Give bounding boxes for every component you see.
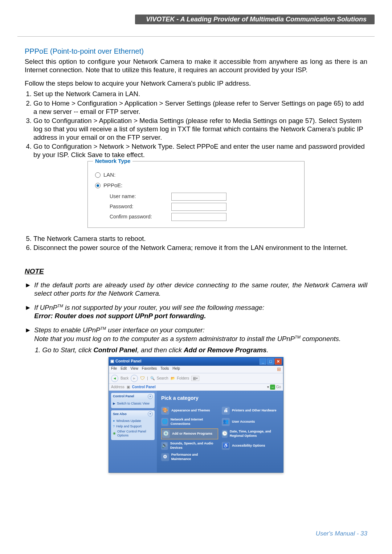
switch-classic-link[interactable]: ▶ Switch to Classic View bbox=[113, 402, 153, 406]
menu-favorites[interactable]: Favorites bbox=[142, 366, 157, 372]
arrow-right-icon: ► bbox=[25, 281, 31, 289]
note-item-1: ► If the default ports are already used … bbox=[25, 281, 367, 297]
up-button[interactable]: 🛡 bbox=[140, 376, 145, 381]
cat-appearance[interactable]: 🎨Appearance and Themes bbox=[161, 406, 218, 415]
chevron-icon[interactable]: » bbox=[148, 394, 153, 399]
confirm-label: Confirm password: bbox=[110, 214, 171, 220]
accessibility-icon: ♿ bbox=[222, 442, 230, 450]
logo-icon: ⊞ bbox=[277, 366, 281, 372]
cat-datetime[interactable]: 🕒Date, Time, Language, and Regional Opti… bbox=[222, 428, 279, 439]
page-header: VIVOTEK - A Leading Provider of Multimed… bbox=[17, 15, 375, 37]
username-row: User name: bbox=[110, 193, 298, 201]
network-type-legend: Network Type bbox=[93, 158, 132, 165]
confirm-input[interactable] bbox=[171, 213, 226, 221]
side-panel-seealso: See Also » ●Windows Update ?Help and Sup… bbox=[111, 410, 155, 440]
address-icon: ▣ bbox=[127, 385, 130, 390]
password-row: Password: bbox=[110, 203, 298, 211]
radio-unselected-icon[interactable] bbox=[95, 172, 101, 178]
back-button[interactable]: ◄ bbox=[111, 375, 118, 382]
arrow-right-icon: ► bbox=[25, 326, 31, 334]
side-panel-cp: Control Panel » ▶ Switch to Classic View bbox=[111, 393, 155, 408]
see-also-item[interactable]: ?Help and Support bbox=[113, 424, 153, 428]
menu-bar: File Edit View Favorites Tools Help ⊞ bbox=[109, 366, 283, 373]
see-also-item[interactable]: ◉Other Control Panel Options bbox=[113, 430, 153, 438]
add-remove-icon: 💿 bbox=[162, 430, 170, 438]
menu-help[interactable]: Help bbox=[172, 366, 180, 372]
step-item: Go to Configuration > Application > Medi… bbox=[33, 116, 367, 141]
forward-button[interactable]: ► bbox=[131, 375, 138, 382]
search-label: Search bbox=[157, 376, 168, 381]
arrow-right-icon: ► bbox=[25, 303, 31, 312]
radio-dot-icon bbox=[97, 184, 99, 187]
cat-accessibility[interactable]: ♿Accessibility Options bbox=[222, 441, 279, 451]
side-cp-title: Control Panel bbox=[113, 394, 134, 398]
go-button[interactable]: → bbox=[270, 385, 275, 390]
window-body: Control Panel » ▶ Switch to Classic View… bbox=[109, 391, 283, 472]
note-body: If UPnPTM is not supported by your route… bbox=[34, 303, 367, 320]
menu-tools[interactable]: Tools bbox=[160, 366, 169, 372]
intro-paragraph: Select this option to configure your Net… bbox=[25, 57, 367, 74]
pppoe-label: PPPoE: bbox=[103, 182, 123, 189]
note-item-3: ► Steps to enable UPnPTM user interface … bbox=[25, 326, 367, 342]
lan-label: LAN: bbox=[103, 172, 115, 178]
main-pane: Pick a category 🎨Appearance and Themes 🖨… bbox=[157, 391, 283, 472]
network-type-box: Network Type LAN: PPPoE: User name: Pass… bbox=[87, 161, 305, 228]
folders-label: Folders bbox=[177, 376, 189, 381]
cat-add-remove[interactable]: 💿Add or Remove Programs bbox=[161, 428, 218, 439]
datetime-icon: 🕒 bbox=[222, 430, 228, 438]
steps-list-a: Set up the Network Camera in LAN. Go to … bbox=[25, 90, 367, 159]
note-body: If the default ports are already used by… bbox=[34, 281, 367, 297]
note-item-2: ► If UPnPTM is not supported by your rou… bbox=[25, 303, 367, 320]
pick-category-heading: Pick a category bbox=[161, 395, 279, 402]
folders-icon[interactable]: 📂 bbox=[171, 376, 175, 381]
chevron-icon[interactable]: » bbox=[148, 411, 153, 416]
menu-edit[interactable]: Edit bbox=[121, 366, 127, 372]
close-button[interactable]: ✕ bbox=[275, 358, 282, 365]
category-grid: 🎨Appearance and Themes 🖨Printers and Oth… bbox=[161, 406, 279, 462]
step-item: The Network Camera starts to reboot. bbox=[33, 234, 367, 243]
document-page: VIVOTEK - A Leading Provider of Multimed… bbox=[0, 0, 392, 554]
steps-list-b: The Network Camera starts to reboot. Dis… bbox=[25, 234, 367, 252]
toolbar: ◄ Back ► 🛡 | 🔍 Search 📂 Folders ▦▾ bbox=[109, 373, 283, 384]
help-icon: ? bbox=[113, 424, 115, 428]
address-value[interactable]: Control Panel bbox=[132, 385, 156, 390]
menu-view[interactable]: View bbox=[130, 366, 138, 372]
options-icon: ◉ bbox=[113, 431, 116, 435]
cat-sounds[interactable]: 🔊Sounds, Speech, and Audio Devices bbox=[161, 441, 218, 451]
section-title: PPPoE (Point-to-point over Ethernet) bbox=[25, 47, 367, 56]
back-label: Back bbox=[121, 376, 128, 381]
address-bar: Address ▣ Control Panel ▾ → Go bbox=[109, 384, 283, 391]
username-input[interactable] bbox=[171, 193, 226, 201]
pppoe-radio-row[interactable]: PPPoE: bbox=[95, 182, 298, 189]
page-content: PPPoE (Point-to-point over Ethernet) Sel… bbox=[25, 47, 367, 473]
confirm-row: Confirm password: bbox=[110, 213, 298, 221]
minimize-button[interactable]: _ bbox=[260, 358, 266, 365]
control-panel-icon: ▣ bbox=[110, 359, 114, 364]
password-input[interactable] bbox=[171, 203, 226, 211]
tm-mark: TM bbox=[100, 326, 106, 331]
cat-users[interactable]: 👥User Accounts bbox=[222, 417, 279, 427]
window-titlebar: ▣ Control Panel _ □ ✕ bbox=[109, 357, 283, 366]
note-body: Steps to enable UPnPTM user interface on… bbox=[34, 326, 367, 342]
cat-printers[interactable]: 🖨Printers and Other Hardware bbox=[222, 406, 279, 415]
search-icon[interactable]: 🔍 bbox=[150, 376, 155, 381]
lan-radio-row[interactable]: LAN: bbox=[95, 172, 298, 178]
globe-icon: ● bbox=[113, 419, 115, 423]
performance-icon: ⚙ bbox=[161, 453, 169, 461]
see-also-item[interactable]: ●Windows Update bbox=[113, 419, 153, 423]
go-label: Go bbox=[276, 385, 281, 390]
note3-step1: 1. Go to Start, click Control Panel, and… bbox=[35, 346, 367, 354]
radio-selected-icon[interactable] bbox=[95, 183, 101, 188]
tm-mark: TM bbox=[57, 304, 63, 308]
menu-file[interactable]: File bbox=[111, 366, 117, 372]
cat-network[interactable]: 🌐Network and Internet Connections bbox=[161, 417, 218, 427]
sounds-icon: 🔊 bbox=[161, 442, 168, 450]
cat-performance[interactable]: ⚙Performance and Maintenance bbox=[161, 452, 218, 462]
address-label: Address bbox=[111, 385, 124, 390]
appearance-icon: 🎨 bbox=[161, 407, 169, 415]
views-button[interactable]: ▦▾ bbox=[191, 376, 199, 381]
error-line: Error: Router does not support UPnP port… bbox=[34, 312, 206, 320]
see-also-title: See Also bbox=[113, 412, 127, 416]
switch-icon: ▶ bbox=[113, 402, 115, 406]
maximize-button[interactable]: □ bbox=[267, 358, 274, 365]
